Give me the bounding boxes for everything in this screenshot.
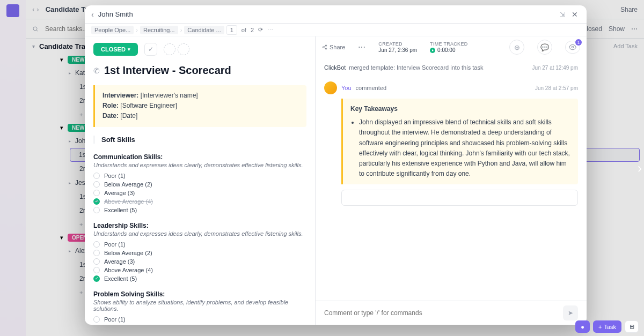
- apps-button[interactable]: ⊞: [625, 320, 639, 333]
- rating-option[interactable]: ✓Excellent (5): [93, 275, 306, 282]
- role-label: Role:: [103, 102, 119, 109]
- skill-description: Shows ability to analyze situations, ide…: [93, 299, 306, 312]
- share-button[interactable]: Share: [322, 44, 345, 50]
- skill-name: Problem Solving Skills:: [93, 290, 306, 298]
- breadcrumb[interactable]: Candidate ...: [184, 26, 224, 34]
- rating-option[interactable]: Below Average (2): [93, 181, 306, 188]
- skill-block: Communication Skills:Understands and exp…: [93, 153, 306, 213]
- new-task-button[interactable]: + Task: [593, 320, 621, 333]
- rating-option[interactable]: Below Average (2): [93, 250, 306, 256]
- play-icon[interactable]: [430, 48, 435, 53]
- interviewer-info: Interviewer: [Interviewer's name] Role: …: [93, 85, 306, 127]
- radio-icon: [93, 250, 100, 256]
- role-value: [Software Engineer]: [120, 102, 177, 109]
- rating-option[interactable]: Average (3): [93, 190, 306, 196]
- rating-option[interactable]: Poor (1): [93, 241, 306, 248]
- avatar[interactable]: [324, 81, 337, 94]
- comment-input[interactable]: [324, 309, 559, 317]
- comment-input-bar: ➤: [316, 301, 587, 325]
- back-icon[interactable]: ‹: [91, 10, 94, 19]
- check-icon: ✓: [93, 198, 100, 205]
- modal-title: John Smith: [98, 10, 133, 18]
- rating-label: Poor (1): [104, 241, 126, 248]
- chat-icon[interactable]: 💬: [537, 40, 552, 55]
- meta-bar: Share ⋯ CREATED Jun 27, 2:36 pm TIME TRA…: [316, 36, 587, 58]
- skill-description: Understands and expresses ideas clearly,…: [93, 162, 306, 168]
- comment-text: John displayed an impressive blend of te…: [359, 117, 570, 179]
- activity-pane: Share ⋯ CREATED Jun 27, 2:36 pm TIME TRA…: [316, 36, 587, 325]
- breadcrumb[interactable]: People Ope...: [91, 26, 134, 34]
- radio-icon: [93, 267, 100, 273]
- rating-option[interactable]: ✓Above Average (4): [93, 198, 306, 205]
- comment-author: You: [341, 85, 352, 91]
- skill-block: Leadership Skills:Understands and expres…: [93, 222, 306, 282]
- activity-time: Jun 27 at 12:49 pm: [532, 65, 578, 71]
- svg-point-1: [325, 45, 327, 47]
- soft-skills-heading: Soft Skills: [101, 136, 306, 144]
- record-button[interactable]: ●: [575, 320, 590, 333]
- radio-icon: [93, 173, 100, 179]
- radio-icon: [93, 316, 100, 323]
- check-icon: ✓: [93, 275, 100, 282]
- rating-label: Above Average (4): [104, 198, 153, 205]
- created-meta: CREATED Jun 27, 2:36 pm: [378, 41, 417, 53]
- rating-option[interactable]: Above Average (4): [93, 267, 306, 273]
- rating-label: Excellent (5): [104, 207, 137, 213]
- reply-input[interactable]: [341, 190, 578, 206]
- more-icon[interactable]: ⋯: [358, 43, 365, 51]
- interviewer-label: Interviewer:: [103, 92, 138, 99]
- interviewer-value: [Interviewer's name]: [141, 92, 198, 99]
- created-value: Jun 27, 2:36 pm: [378, 47, 417, 53]
- action-circle[interactable]: ⊕: [509, 40, 524, 55]
- rating-option[interactable]: Poor (1): [93, 316, 306, 323]
- breadcrumb[interactable]: Recruiting...: [140, 26, 178, 34]
- rating-label: Above Average (4): [104, 267, 153, 273]
- comment-heading: Key Takeaways: [350, 104, 570, 114]
- rating-option[interactable]: Average (3): [93, 258, 306, 265]
- modal-breadcrumbs: People Ope... › Recruiting... › Candidat…: [85, 24, 587, 36]
- svg-point-3: [325, 48, 327, 50]
- radio-icon: [93, 207, 100, 213]
- rating-label: Average (3): [104, 258, 135, 265]
- activity-item: ClickBot merged template: Interview Scor…: [324, 62, 578, 73]
- time-tracked-meta: TIME TRACKED 0:00:00: [430, 41, 467, 53]
- breadcrumb-separator: ›: [180, 27, 182, 33]
- refresh-icon[interactable]: ⟳: [258, 26, 263, 33]
- watchers-button[interactable]: 1: [565, 41, 580, 54]
- more-icon[interactable]: ⋯: [267, 26, 273, 33]
- date-label: Date:: [103, 112, 119, 120]
- minimize-icon[interactable]: ⇲: [560, 11, 565, 18]
- priority-add[interactable]: [178, 43, 189, 55]
- comment-verb: commented: [356, 85, 386, 91]
- task-title[interactable]: 1st Interview - Scorecard: [104, 64, 231, 77]
- status-button[interactable]: CLOSED ▾: [93, 43, 138, 56]
- chevron-down-icon: ▾: [128, 47, 130, 52]
- complete-checkbox[interactable]: ✓: [144, 43, 157, 56]
- rating-option[interactable]: Poor (1): [93, 173, 306, 179]
- radio-icon: [93, 241, 100, 248]
- status-label: CLOSED: [101, 46, 126, 53]
- tracked-label: TIME TRACKED: [430, 41, 467, 47]
- rating-label: Below Average (2): [104, 181, 152, 188]
- breadcrumb-separator: ›: [136, 27, 138, 33]
- watchers-count: 1: [575, 39, 582, 46]
- svg-point-2: [323, 47, 324, 48]
- activity-text: merged template: Interview Scorecard int…: [349, 64, 483, 71]
- send-button[interactable]: ➤: [563, 305, 578, 320]
- task-detail-pane: CLOSED ▾ ✓ ✆ 1st Interview - Scorecard I…: [85, 36, 316, 325]
- rating-label: Average (3): [104, 190, 135, 196]
- rating-option[interactable]: Excellent (5): [93, 207, 306, 213]
- status-bar: CLOSED ▾ ✓: [93, 43, 306, 56]
- task-modal: ‹ John Smith ⇲ ✕ People Ope... › Recruit…: [85, 5, 587, 325]
- close-icon[interactable]: ✕: [569, 9, 580, 20]
- bottom-action-bar: ● + Task ⊞: [575, 320, 639, 333]
- rating-label: Poor (1): [104, 316, 126, 323]
- tracked-value: 0:00:00: [437, 47, 455, 53]
- task-title-row: ✆ 1st Interview - Scorecard: [93, 64, 306, 77]
- next-task-arrow[interactable]: ›: [638, 161, 642, 176]
- assignee-add[interactable]: [164, 43, 175, 55]
- radio-icon: [93, 181, 100, 188]
- radio-icon: [93, 258, 100, 265]
- page-total: 2: [251, 27, 254, 33]
- page-current[interactable]: 1: [226, 25, 237, 35]
